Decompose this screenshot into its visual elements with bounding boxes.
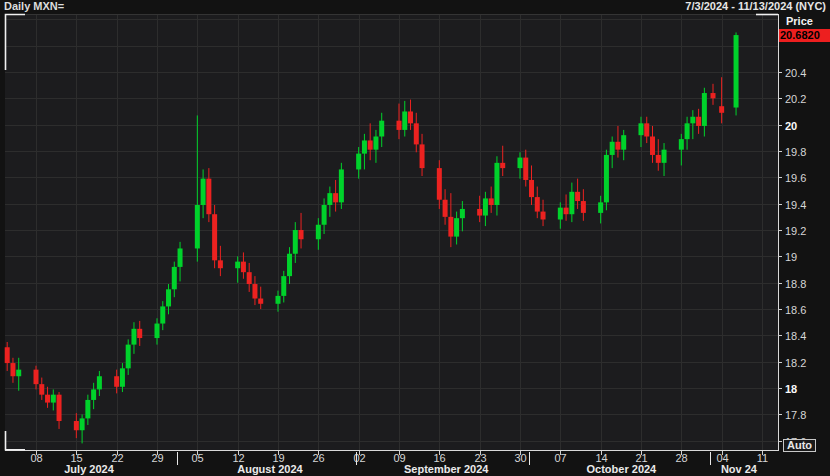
candle [711, 84, 716, 105]
candle [396, 104, 401, 140]
candle [252, 276, 257, 305]
candle [610, 137, 615, 169]
candle [656, 139, 661, 171]
candle [569, 183, 574, 223]
price-tick-label: 20 [785, 120, 797, 132]
candle [644, 117, 649, 143]
candle [74, 413, 79, 438]
candle [85, 395, 90, 425]
candle [131, 322, 136, 354]
candle [448, 193, 453, 247]
day-tick-label: 28 [675, 452, 687, 464]
candle [258, 287, 263, 309]
candle [650, 126, 655, 163]
candle [368, 123, 373, 160]
candle [541, 200, 546, 226]
candle [275, 291, 280, 312]
candle [155, 318, 160, 344]
candle [719, 77, 724, 123]
candle [529, 165, 534, 205]
candle [339, 163, 344, 209]
candle [201, 169, 206, 218]
price-tick-label: 20.4 [785, 67, 806, 79]
candle [437, 160, 442, 209]
month-label: October 2024 [587, 463, 658, 475]
day-tick-label: 11 [757, 452, 768, 464]
candle [564, 194, 569, 220]
candle [91, 383, 96, 409]
candle [454, 212, 459, 245]
candlestick-chart[interactable]: 20.420.22019.819.619.419.21918.818.618.4… [0, 0, 830, 476]
corner-bracket-bottom-left [6, 431, 26, 450]
candle [57, 392, 62, 429]
candle [535, 187, 540, 219]
candle [212, 205, 217, 268]
candle [734, 32, 739, 115]
candle [5, 342, 10, 371]
time-axis[interactable]: 08152229051219260209162330071421280411Ju… [30, 451, 768, 475]
chart-window: Daily MXN= 7/3/2024 - 11/13/2024 (NYC) 2… [0, 0, 830, 476]
price-tick-label: 18.8 [785, 278, 806, 290]
price-axis-title: Price [786, 15, 813, 27]
candle [685, 117, 690, 150]
candle [362, 134, 367, 170]
candle [402, 101, 407, 137]
day-tick-label: 29 [151, 452, 163, 464]
last-price-badge[interactable]: 20.6820 [779, 29, 830, 42]
candle [247, 263, 252, 292]
candles-layer [5, 32, 739, 443]
candle [615, 126, 620, 158]
candle [523, 150, 528, 187]
candle [696, 109, 701, 134]
candle [299, 213, 304, 249]
candle [517, 152, 522, 178]
candle [39, 378, 44, 400]
candle [160, 301, 165, 330]
candle [316, 218, 321, 250]
day-tick-label: 05 [191, 452, 203, 464]
price-axis[interactable]: 20.420.22019.819.619.419.21918.818.618.4… [778, 67, 806, 448]
candle [558, 202, 563, 228]
price-tick-label: 19 [785, 251, 797, 263]
price-tick-label: 18 [785, 383, 797, 395]
month-label: July 2024 [64, 463, 114, 475]
corner-bracket-top-left [6, 15, 26, 71]
candle [638, 117, 643, 147]
candle [483, 192, 488, 226]
day-tick-label: 08 [30, 452, 42, 464]
month-label: September 2024 [404, 463, 489, 475]
price-tick-label: 19.4 [785, 199, 806, 211]
day-tick-label: 07 [554, 452, 566, 464]
candle [114, 370, 119, 394]
price-tick-label: 19.8 [785, 146, 806, 158]
candle [178, 242, 183, 282]
candle [45, 387, 50, 408]
candle [333, 180, 338, 212]
candle [281, 271, 286, 303]
candle [126, 339, 131, 375]
candle [581, 189, 586, 221]
candle [598, 196, 603, 224]
candle [477, 196, 482, 222]
price-tick-label: 18.6 [785, 304, 806, 316]
candle [97, 371, 102, 396]
candle [379, 113, 384, 147]
candle [460, 201, 465, 231]
candle [500, 146, 505, 176]
candle [662, 143, 667, 176]
candle [327, 187, 332, 217]
candle [137, 321, 142, 346]
candle [195, 115, 200, 261]
candle [420, 134, 425, 176]
month-label: Nov 24 [721, 463, 758, 475]
candle [34, 366, 39, 390]
candle [10, 358, 15, 383]
candle [322, 198, 327, 234]
price-tick-label: 17.8 [785, 409, 806, 421]
candle [120, 363, 125, 392]
auto-scale-button[interactable]: Auto [783, 439, 816, 452]
candle [679, 134, 684, 166]
candle [489, 187, 494, 213]
candle [235, 256, 240, 282]
candle [443, 189, 448, 225]
